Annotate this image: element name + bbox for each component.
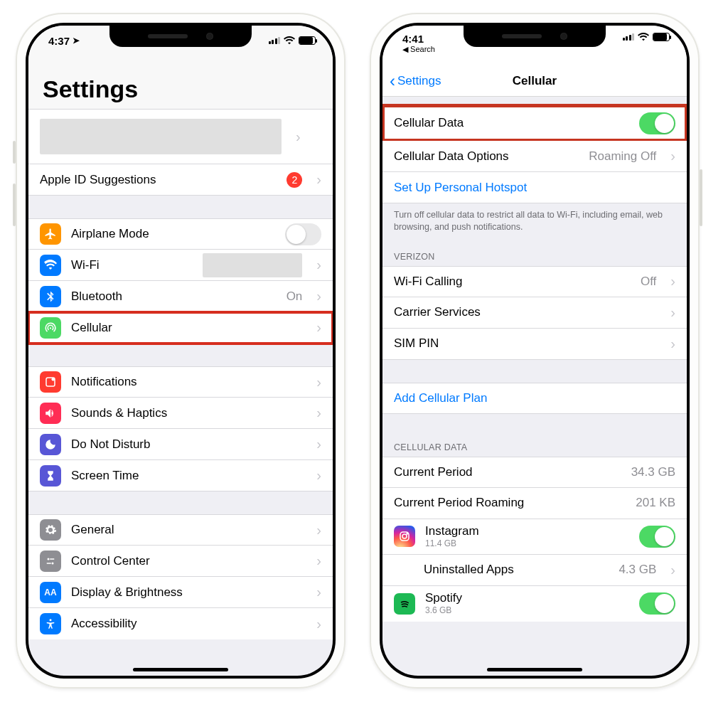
row-label: Apple ID Suggestions (40, 173, 277, 187)
phone-frame-cellular: 4:41 ◀ Search ‹ Settings Cellular (370, 13, 700, 689)
location-icon: ➤ (73, 36, 80, 46)
display-row[interactable]: AA Display & Brightness › (28, 577, 333, 608)
app-toggle[interactable] (639, 526, 675, 548)
gear-icon (40, 519, 61, 541)
row-label: Uninstalled Apps (424, 563, 609, 577)
personal-hotspot-row[interactable]: Set Up Personal Hotspot (382, 172, 687, 203)
row-label: Cellular (71, 321, 302, 335)
redacted-profile (40, 119, 282, 154)
row-value: Roaming Off (589, 149, 656, 164)
airplane-icon (40, 223, 61, 245)
battery-icon (299, 36, 316, 45)
airplane-toggle[interactable] (285, 223, 321, 245)
badge: 2 (287, 172, 302, 188)
wifi-calling-row[interactable]: Wi-Fi Calling Off › (382, 266, 687, 297)
bezel: 4:37 ➤ Settings › Apple ID S (26, 23, 336, 679)
row-value: 34.3 GB (631, 465, 675, 479)
dnd-row[interactable]: Do Not Disturb › (28, 429, 333, 460)
home-indicator[interactable] (133, 668, 228, 671)
notifications-row[interactable]: Notifications › (28, 366, 333, 398)
nav-bar: ‹ Settings Cellular (382, 65, 687, 97)
svg-point-4 (52, 562, 54, 564)
chevron-right-icon: › (316, 616, 321, 632)
row-value: 201 KB (636, 496, 675, 510)
cellular-list[interactable]: Cellular Data Cellular Data Options Roam… (382, 97, 687, 676)
signal-icon (623, 33, 635, 41)
chevron-right-icon: › (296, 129, 301, 145)
row-label: Carrier Services (394, 305, 656, 319)
svg-rect-3 (50, 558, 54, 560)
phone-frame-settings: 4:37 ➤ Settings › Apple ID S (16, 13, 346, 689)
back-to-search[interactable]: ◀ Search (402, 45, 435, 54)
row-label: Notifications (71, 375, 302, 389)
page-title: Settings (28, 55, 333, 109)
chevron-right-icon: › (670, 562, 675, 578)
status-time: 4:37 (48, 35, 70, 47)
row-sub: 3.6 GB (425, 605, 462, 615)
status-time: 4:41 (402, 33, 424, 45)
cellular-data-toggle[interactable] (639, 112, 675, 134)
settings-list[interactable]: › Apple ID Suggestions 2 › Airplane Mode (28, 109, 333, 676)
row-label: Bluetooth (71, 289, 277, 304)
cellular-data-row[interactable]: Cellular Data (382, 105, 687, 141)
row-label: Wi-Fi (71, 258, 193, 272)
cellular-row[interactable]: Cellular › (28, 312, 333, 344)
row-label: Screen Time (71, 469, 302, 483)
svg-point-6 (50, 619, 52, 621)
row-label: Spotify (425, 592, 462, 605)
current-period-roaming-row: Current Period Roaming 201 KB (382, 488, 687, 519)
row-label: Sounds & Haptics (71, 406, 302, 420)
svg-point-1 (52, 378, 55, 381)
control-center-row[interactable]: Control Center › (28, 546, 333, 577)
chevron-right-icon: › (316, 405, 321, 421)
svg-point-9 (407, 533, 408, 535)
text-size-icon: AA (40, 582, 61, 603)
row-label: SIM PIN (394, 336, 656, 351)
instagram-icon (394, 526, 415, 547)
chevron-right-icon: › (316, 584, 321, 600)
accessibility-row[interactable]: Accessibility › (28, 608, 333, 639)
sliders-icon (40, 551, 61, 572)
wifi-row[interactable]: Wi-Fi › (28, 250, 333, 281)
sounds-row[interactable]: Sounds & Haptics › (28, 398, 333, 429)
general-row[interactable]: General › (28, 514, 333, 546)
row-label: Cellular Data (394, 116, 629, 130)
apple-id-suggestions-row[interactable]: Apple ID Suggestions 2 › (28, 164, 333, 196)
chevron-right-icon: › (670, 148, 675, 164)
home-indicator[interactable] (487, 668, 582, 671)
screentime-row[interactable]: Screen Time › (28, 460, 333, 491)
airplane-mode-row[interactable]: Airplane Mode (28, 218, 333, 250)
back-button[interactable]: ‹ Settings (382, 71, 441, 91)
wifi-icon (638, 33, 649, 41)
chevron-right-icon: › (316, 288, 321, 304)
app-toggle[interactable] (639, 592, 675, 615)
cellular-data-options-row[interactable]: Cellular Data Options Roaming Off › (382, 141, 687, 172)
uninstalled-apps-row[interactable]: Uninstalled Apps 4.3 GB › (382, 555, 687, 586)
signal-icon (269, 37, 281, 44)
accessibility-icon (40, 613, 61, 634)
wifi-icon (284, 36, 295, 45)
row-sub: 11.4 GB (425, 538, 479, 548)
bluetooth-row[interactable]: Bluetooth On › (28, 281, 333, 312)
chevron-right-icon: › (316, 319, 321, 336)
moon-icon (40, 434, 61, 455)
chevron-right-icon: › (316, 467, 321, 484)
chevron-right-icon: › (670, 273, 675, 289)
app-spotify-row[interactable]: Spotify 3.6 GB (382, 586, 687, 622)
sim-pin-row[interactable]: SIM PIN › (382, 329, 687, 360)
svg-rect-5 (47, 563, 51, 564)
notch (464, 26, 606, 47)
wifi-icon (40, 255, 61, 276)
svg-point-2 (48, 558, 50, 560)
sounds-icon (40, 403, 61, 424)
add-cellular-plan-row[interactable]: Add Cellular Plan (382, 383, 687, 414)
row-label: Add Cellular Plan (394, 391, 675, 405)
profile-row[interactable]: › (28, 109, 333, 164)
current-period-row: Current Period 34.3 GB (382, 457, 687, 488)
app-instagram-row[interactable]: Instagram 11.4 GB (382, 519, 687, 555)
row-label: Instagram (425, 525, 479, 538)
carrier-services-row[interactable]: Carrier Services › (382, 297, 687, 329)
section-header-data: CELLULAR DATA (382, 414, 687, 457)
row-value: 4.3 GB (619, 563, 656, 577)
row-label: Display & Brightness (71, 585, 302, 600)
